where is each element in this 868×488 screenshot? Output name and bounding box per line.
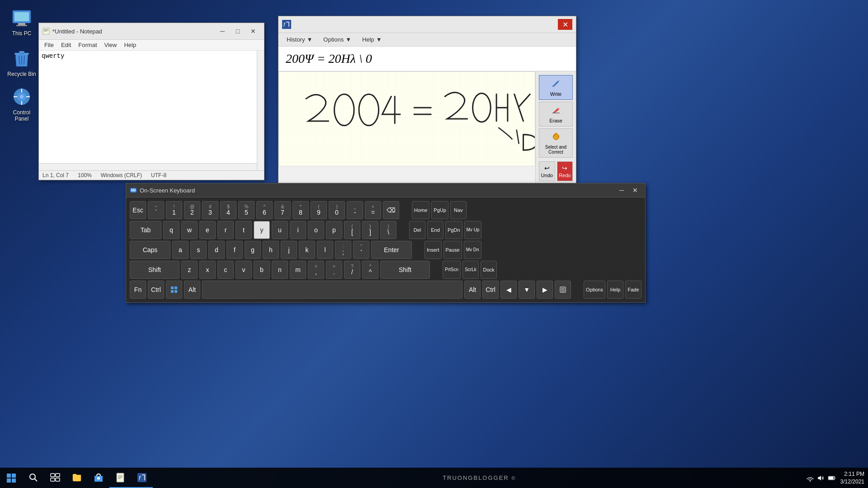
osk-key-p[interactable]: p — [326, 221, 342, 239]
osk-key-dock[interactable]: Dock — [481, 261, 497, 279]
notepad-scrollbar-vertical[interactable] — [257, 51, 264, 170]
osk-key-equals[interactable]: += — [365, 201, 381, 219]
notepad-minimize-button[interactable]: ─ — [215, 26, 230, 37]
osk-key-nav[interactable]: Nav — [450, 201, 467, 219]
osk-key-esc[interactable]: Esc — [130, 201, 146, 219]
osk-key-caps[interactable]: Caps — [130, 241, 170, 259]
osk-key-e[interactable]: e — [199, 221, 216, 239]
osk-key-quote[interactable]: "' — [353, 241, 369, 259]
osk-key-g[interactable]: g — [245, 241, 261, 259]
osk-key-4[interactable]: $4 — [220, 201, 236, 219]
notepad-maximize-button[interactable]: □ — [231, 26, 245, 37]
osk-key-6[interactable]: ^6 — [256, 201, 273, 219]
osk-key-l[interactable]: l — [317, 241, 333, 259]
osk-key-0[interactable]: )0 — [329, 201, 345, 219]
osk-key-i[interactable]: i — [290, 221, 306, 239]
osk-key-k[interactable]: k — [299, 241, 315, 259]
math-tool-erase-button[interactable]: Erase — [539, 102, 573, 127]
osk-key-fn[interactable]: Fn — [130, 281, 146, 299]
osk-key-rbracket[interactable]: }] — [362, 221, 378, 239]
osk-key-context[interactable] — [555, 281, 571, 299]
osk-key-slash[interactable]: ?/ — [344, 261, 360, 279]
osk-key-3[interactable]: #3 — [202, 201, 218, 219]
osk-key-ctrl-right[interactable]: Ctrl — [482, 281, 499, 299]
osk-key-9[interactable]: (9 — [311, 201, 327, 219]
osk-key-n[interactable]: n — [272, 261, 288, 279]
notepad-scrollbar-horizontal[interactable] — [39, 163, 257, 170]
osk-key-2[interactable]: @2 — [184, 201, 200, 219]
osk-key-shift-right[interactable]: Shift — [380, 261, 430, 279]
osk-key-f[interactable]: f — [226, 241, 243, 259]
taskbar-store-button[interactable] — [88, 468, 109, 488]
osk-key-mvdn[interactable]: Mv Dn — [464, 241, 481, 259]
osk-key-del[interactable]: Del — [409, 221, 425, 239]
desktop-icon-this-pc[interactable]: This PC — [4, 5, 40, 39]
osk-key-ctrl-left[interactable]: Ctrl — [148, 281, 164, 299]
math-toolbar-help[interactable]: Help ▼ — [358, 35, 387, 44]
taskbar-search-button[interactable] — [23, 468, 44, 488]
math-tool-redo-button[interactable]: ↪ Redo — [557, 161, 573, 181]
osk-close-button[interactable]: ✕ — [629, 185, 642, 195]
osk-key-caret[interactable]: ^^ — [362, 261, 378, 279]
desktop-icon-control-panel[interactable]: Control Panel — [4, 84, 40, 124]
osk-key-t[interactable]: t — [236, 221, 252, 239]
desktop-icon-recycle-bin[interactable]: Recycle Bin — [4, 45, 40, 80]
osk-key-m[interactable]: m — [290, 261, 306, 279]
osk-key-c[interactable]: c — [217, 261, 234, 279]
notepad-menu-format[interactable]: Format — [75, 41, 100, 49]
osk-key-a[interactable]: a — [172, 241, 189, 259]
osk-key-alt-left[interactable]: Alt — [184, 281, 200, 299]
osk-key-arrow-right[interactable]: ▶ — [537, 281, 553, 299]
osk-key-y[interactable]: y — [254, 221, 270, 239]
osk-key-shift-left[interactable]: Shift — [130, 261, 179, 279]
taskbar-math-panel-btn[interactable]: f — [131, 468, 153, 488]
osk-key-h[interactable]: h — [263, 241, 279, 259]
osk-key-pgup[interactable]: PgUp — [431, 201, 448, 219]
osk-minimize-button[interactable]: ─ — [615, 185, 628, 195]
math-toolbar-history[interactable]: History ▼ — [282, 35, 317, 44]
osk-key-r[interactable]: r — [217, 221, 234, 239]
osk-key-z[interactable]: z — [181, 261, 198, 279]
math-toolbar-options[interactable]: Options ▼ — [319, 35, 356, 44]
osk-key-backspace[interactable]: ⌫ — [383, 201, 399, 219]
osk-key-end[interactable]: End — [427, 221, 443, 239]
osk-key-j[interactable]: j — [281, 241, 297, 259]
osk-key-b[interactable]: b — [254, 261, 270, 279]
osk-key-w[interactable]: w — [181, 221, 198, 239]
osk-key-x[interactable]: x — [199, 261, 216, 279]
osk-key-1[interactable]: !1 — [166, 201, 182, 219]
notepad-menu-file[interactable]: File — [41, 41, 57, 49]
taskbar-notepad-taskbar-btn[interactable] — [109, 468, 131, 488]
osk-key-v[interactable]: v — [236, 261, 252, 279]
osk-key-s[interactable]: s — [190, 241, 207, 259]
taskbar-file-explorer-button[interactable] — [66, 468, 88, 488]
osk-key-tab[interactable]: Tab — [130, 221, 161, 239]
osk-key-insert[interactable]: Insert — [425, 241, 442, 259]
osk-key-minus[interactable]: _- — [347, 201, 363, 219]
osk-key-q[interactable]: q — [163, 221, 179, 239]
osk-key-options[interactable]: Options — [584, 281, 605, 299]
osk-key-space[interactable] — [202, 281, 462, 299]
osk-key-backtick[interactable]: ~` — [148, 201, 164, 219]
osk-key-win[interactable] — [166, 281, 182, 299]
osk-key-pause[interactable]: Pause — [443, 241, 462, 259]
osk-key-pgdn[interactable]: PgDn — [445, 221, 462, 239]
osk-key-enter[interactable]: Enter — [371, 241, 412, 259]
math-tool-undo-button[interactable]: ↩ Undo — [539, 161, 555, 181]
notepad-text-area[interactable]: qwerty — [39, 51, 264, 170]
osk-key-d[interactable]: d — [208, 241, 225, 259]
osk-key-scrlk[interactable]: ScrLk — [462, 261, 479, 279]
osk-key-u[interactable]: u — [272, 221, 288, 239]
osk-key-semicolon[interactable]: :; — [335, 241, 351, 259]
osk-key-alt-right[interactable]: Alt — [464, 281, 481, 299]
notepad-menu-help[interactable]: Help — [120, 41, 140, 49]
osk-key-lbracket[interactable]: {[ — [344, 221, 360, 239]
taskbar-task-view-button[interactable] — [44, 468, 66, 488]
osk-key-backslash[interactable]: |\ — [380, 221, 396, 239]
osk-key-prtscn[interactable]: PrtScn — [443, 261, 461, 279]
osk-key-mvup[interactable]: Mv Up — [464, 221, 482, 239]
osk-key-5[interactable]: %5 — [238, 201, 255, 219]
notepad-menu-view[interactable]: View — [101, 41, 121, 49]
math-tool-select-correct-button[interactable]: ↻ Select and Correct — [539, 128, 573, 158]
osk-key-8[interactable]: *8 — [292, 201, 309, 219]
